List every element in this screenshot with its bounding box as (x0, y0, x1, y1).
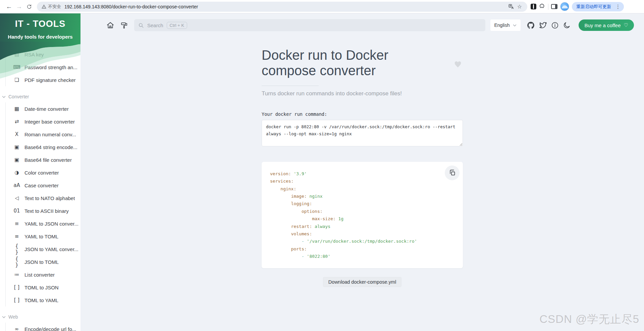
date-time-converter-icon: ▦ (13, 106, 20, 112)
sidebar-item-label: List converter (24, 272, 55, 278)
language-value: English (494, 22, 510, 28)
sidebar-item-url-encoder-decoder[interactable]: ∞Encode/decode url fo... (6, 323, 80, 331)
url-text[interactable]: 192.168.149.143:8080/docker-run-to-docke… (64, 4, 506, 9)
profile-avatar[interactable] (560, 2, 569, 11)
extensions-puzzle-icon[interactable] (539, 3, 545, 10)
yaml-line: options: (270, 208, 454, 215)
main-area: Search Ctrl + K English Buy me a coffee (80, 13, 644, 331)
yaml-to-json-converter-icon: ≡ (13, 221, 20, 227)
sidebar-item-toml-to-json[interactable]: [ ]TOML to JSON (6, 281, 80, 294)
sidebar-item-integer-base-converter[interactable]: ⇄Integer base converter (6, 115, 80, 128)
copy-button[interactable] (445, 166, 460, 180)
update-label: 重新启动即可更新 (576, 4, 611, 10)
browser-forward-button[interactable]: → (14, 2, 24, 12)
twitter-icon (539, 21, 547, 29)
about-button[interactable] (551, 21, 559, 29)
browser-menu-icon[interactable]: ⋮ (614, 4, 622, 9)
json-to-toml-icon: { } (13, 256, 20, 268)
sidebar-item-base64-file-converter[interactable]: ▣Base64 file converter (6, 153, 80, 166)
download-compose-button[interactable]: Download docker-compose.yml (323, 277, 401, 287)
sidebar-item-label: Base64 file converter (24, 157, 72, 163)
sidebar-item-label: JSON to TOML (24, 259, 59, 265)
yaml-line: version: '3.9' (270, 170, 454, 178)
twitter-link[interactable] (539, 21, 547, 29)
input-label: Your docker run command: (262, 111, 463, 117)
list-converter-icon: ≔ (13, 272, 20, 278)
section-label: Converter (8, 94, 29, 99)
sidebar-section-converter[interactable]: Converter (0, 91, 80, 102)
roman-numeral-converter-icon: X (13, 131, 20, 137)
home-button[interactable] (106, 21, 114, 29)
output-card: version: '3.9'services: nginx: image: ng… (262, 162, 463, 268)
sidebar-item-label: Text to ASCII binary (24, 208, 69, 214)
url-bar[interactable]: 不安全 192.168.149.143:8080/docker-run-to-d… (37, 2, 527, 12)
sidebar-item-list-converter[interactable]: ≔List converter (6, 268, 80, 281)
sidebar-item-pdf-signature-checker[interactable]: ❏PDF signature checker (6, 74, 80, 86)
app-subtitle: Handy tools for developers (3, 34, 77, 40)
nav-group: ▦Date-time converter⇄Integer base conver… (5, 102, 80, 306)
sidebar-item-label: Date-time converter (24, 106, 69, 112)
sidebar-item-toml-to-yaml[interactable]: [ ]TOML to YAML (6, 294, 80, 306)
browser-chrome: ← → 不安全 192.168.149.143:8080/docker-run-… (0, 0, 644, 13)
sidebar-item-text-to-ascii-binary[interactable]: 01Text to ASCII binary (6, 204, 80, 217)
sidebar-section-web[interactable]: Web (0, 311, 80, 323)
reload-icon (26, 4, 32, 9)
nav-group: ▤RSA key⌨Password strength an...❏PDF sig… (5, 48, 80, 86)
sidebar-item-json-to-toml[interactable]: { }JSON to TOML (6, 255, 80, 268)
rsa-key-generator-icon: ▤ (13, 51, 20, 57)
sidebar-item-json-to-yaml-converter[interactable]: { }JSON to YAML conver... (6, 243, 80, 255)
sidebar-item-roman-numeral-converter[interactable]: XRoman numeral conv... (6, 128, 80, 141)
password-strength-analyser-icon: ⌨ (13, 64, 20, 70)
sidebar-item-label: Case converter (24, 183, 59, 188)
sidebar-item-rsa-key-generator[interactable]: ▤RSA key (6, 48, 80, 61)
text-to-nato-alphabet-icon: ◁ (13, 195, 20, 201)
browser-back-button[interactable]: ← (4, 2, 14, 12)
github-link[interactable] (527, 21, 535, 30)
sidebar-item-color-converter[interactable]: ◑Color converter (6, 166, 80, 179)
sidebar-item-label: Roman numeral conv... (24, 132, 76, 137)
sidebar-item-date-time-converter[interactable]: ▦Date-time converter (6, 102, 80, 115)
sidebar-item-base64-string-converter[interactable]: ▣Base64 string encode... (6, 141, 80, 153)
url-encoder-decoder-icon: ∞ (13, 326, 20, 331)
heart-outline-icon: ♡ (624, 22, 628, 28)
bookmark-star-icon[interactable]: ☆ (515, 2, 524, 11)
security-chip[interactable]: 不安全 (42, 4, 61, 10)
chevron-down-icon (2, 316, 6, 318)
sidebar-item-yaml-to-toml[interactable]: ≡YAML to TOML (6, 230, 80, 243)
extension-icon[interactable] (531, 4, 536, 9)
language-select[interactable]: English (490, 19, 521, 31)
sidebar-item-label: Integer base converter (24, 119, 75, 125)
page-title: Docker run to Docker compose converter (262, 47, 409, 79)
yaml-line: - '8022:80' (270, 253, 454, 260)
theme-paint-button[interactable] (120, 21, 128, 29)
buy-me-a-coffee-button[interactable]: Buy me a coffee ♡ (579, 19, 634, 31)
collapse-menu-button[interactable] (92, 22, 100, 28)
github-icon (527, 21, 535, 30)
toml-to-yaml-icon: [ ] (13, 297, 20, 303)
toml-to-json-icon: [ ] (13, 284, 20, 290)
yaml-line: logging: (270, 200, 454, 207)
tool-content: Docker run to Docker compose converter T… (262, 37, 463, 287)
yaml-line: volumes: (270, 230, 454, 238)
browser-update-button[interactable]: 重新启动即可更新 ⋮ (572, 2, 624, 11)
docker-run-command-input[interactable]: docker run -p 8022:80 -v /var/run/docker… (262, 120, 463, 146)
sidebar-item-password-strength-analyser[interactable]: ⌨Password strength an... (6, 61, 80, 74)
sidebar-item-label: JSON to YAML conver... (24, 246, 78, 252)
sidebar-item-yaml-to-json-converter[interactable]: ≡YAML to JSON conver... (6, 217, 80, 230)
top-toolbar: Search Ctrl + K English Buy me a coffee (80, 13, 644, 37)
yaml-line: max-size: 1g (270, 215, 454, 223)
sidebar-item-case-converter[interactable]: aACase converter (6, 179, 80, 192)
side-panel-icon[interactable] (551, 4, 557, 9)
base64-string-converter-icon: ▣ (13, 144, 20, 150)
sidebar-item-label: PDF signature checker (24, 77, 76, 83)
section-label: Web (8, 314, 18, 320)
chevron-down-icon (513, 24, 517, 27)
browser-reload-button[interactable] (24, 2, 34, 12)
dark-mode-toggle[interactable] (563, 21, 571, 29)
search-input[interactable]: Search Ctrl + K (134, 19, 485, 31)
sidebar-item-text-to-nato-alphabet[interactable]: ◁Text to NATO alphabet (6, 192, 80, 204)
translate-icon[interactable] (506, 2, 515, 11)
sidebar-item-label: Base64 string encode... (24, 144, 77, 150)
case-converter-icon: aA (13, 182, 20, 188)
favorite-heart-icon[interactable] (454, 61, 462, 69)
